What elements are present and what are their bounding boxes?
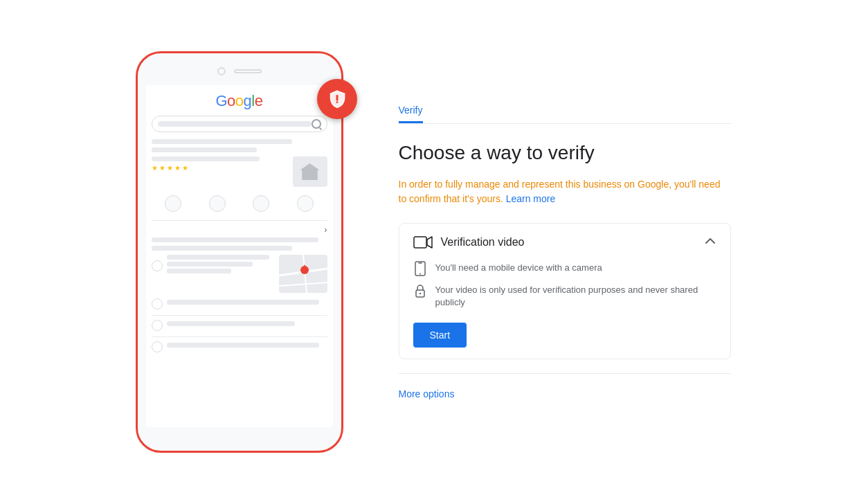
web-lines [167, 343, 327, 351]
direction-action-icon [209, 195, 226, 212]
chevron-up-icon [704, 235, 716, 251]
verify-desc-text: In order to fully manage and represent t… [399, 179, 721, 204]
phone-divider-3 [152, 336, 327, 337]
phone-lines [167, 321, 327, 330]
svg-point-14 [419, 292, 420, 294]
phone-list-item [152, 320, 327, 331]
option-header[interactable]: Verification video [399, 224, 730, 262]
feature-mobile-text: You'll need a mobile device with a camer… [435, 262, 602, 274]
phone-mockup: Google ★ [136, 51, 343, 453]
mobile-device-icon [413, 262, 427, 276]
business-card: ★ ★ ★ ★ ★ [152, 156, 327, 187]
hours-lines [167, 300, 327, 308]
shield-exclamation-icon [327, 89, 347, 109]
hours-list-item [152, 298, 327, 309]
feature-privacy: Your video is only used for verification… [413, 284, 716, 309]
map-section [152, 255, 327, 293]
google-g2: g [244, 92, 252, 109]
business-info: ★ ★ ★ ★ ★ [152, 156, 287, 174]
video-camera-icon [413, 235, 433, 249]
search-icon [312, 119, 321, 129]
svg-point-12 [420, 273, 421, 274]
feature-privacy-text: Your video is only used for verification… [435, 284, 716, 309]
phone-speaker [234, 69, 262, 73]
clock-icon-circle [152, 298, 163, 309]
phone-divider-2 [152, 315, 327, 316]
feature-mobile: You'll need a mobile device with a camer… [413, 262, 716, 276]
web-list-item [152, 341, 327, 352]
phone-screen: Google ★ [146, 85, 333, 427]
map-address-lines [167, 255, 275, 277]
content-lines-middle [152, 237, 327, 251]
page-container: Google ★ [0, 0, 866, 504]
map-list-item [152, 255, 275, 277]
phone-camera [217, 67, 226, 75]
verify-tab-area: Verify [399, 104, 731, 124]
business-image [293, 156, 327, 187]
action-icons-row [152, 192, 327, 215]
map-thumbnail [279, 255, 327, 293]
location-icon-circle [152, 260, 163, 271]
svg-rect-8 [414, 237, 426, 248]
tab-divider [399, 123, 731, 124]
verify-tab[interactable]: Verify [399, 105, 423, 123]
shield-badge [317, 79, 357, 119]
phone-icon-circle [152, 320, 163, 331]
google-o2: o [235, 92, 244, 109]
option-title: Verification video [441, 236, 525, 249]
more-options-link[interactable]: More options [399, 388, 455, 399]
page-title: Choose a way to verify [399, 141, 731, 165]
map-roads-svg [279, 255, 327, 293]
verification-video-option: Verification video [399, 223, 731, 359]
store-icon [300, 163, 320, 180]
phone-divider [152, 220, 327, 221]
phone-action-icon [165, 195, 181, 212]
start-button[interactable]: Start [413, 323, 467, 348]
google-o1: o [227, 92, 235, 109]
google-logo: Google [152, 92, 327, 110]
google-e: e [255, 92, 263, 109]
phone-search-bar [152, 116, 327, 132]
svg-marker-9 [427, 237, 432, 248]
phone-top-bar [146, 67, 333, 75]
google-g: G [215, 92, 227, 109]
expand-arrow: › [152, 225, 327, 235]
options-divider [399, 373, 731, 374]
lock-icon [413, 284, 427, 298]
save-action-icon [253, 195, 269, 212]
stars-row: ★ ★ ★ ★ ★ [152, 164, 287, 172]
verify-description: In order to fully manage and represent t… [399, 177, 731, 206]
web-icon-circle [152, 341, 163, 352]
search-bar-line [158, 121, 312, 127]
content-lines-top [152, 139, 327, 152]
map-info [152, 255, 275, 293]
option-body: You'll need a mobile device with a camer… [399, 262, 730, 359]
web-action-icon [297, 195, 314, 212]
phone-mockup-container: Google ★ [136, 51, 343, 453]
option-header-left: Verification video [413, 235, 525, 249]
verify-panel: Verify Choose a way to verify In order t… [399, 104, 731, 400]
svg-point-7 [336, 101, 338, 103]
learn-more-link[interactable]: Learn more [506, 193, 556, 204]
